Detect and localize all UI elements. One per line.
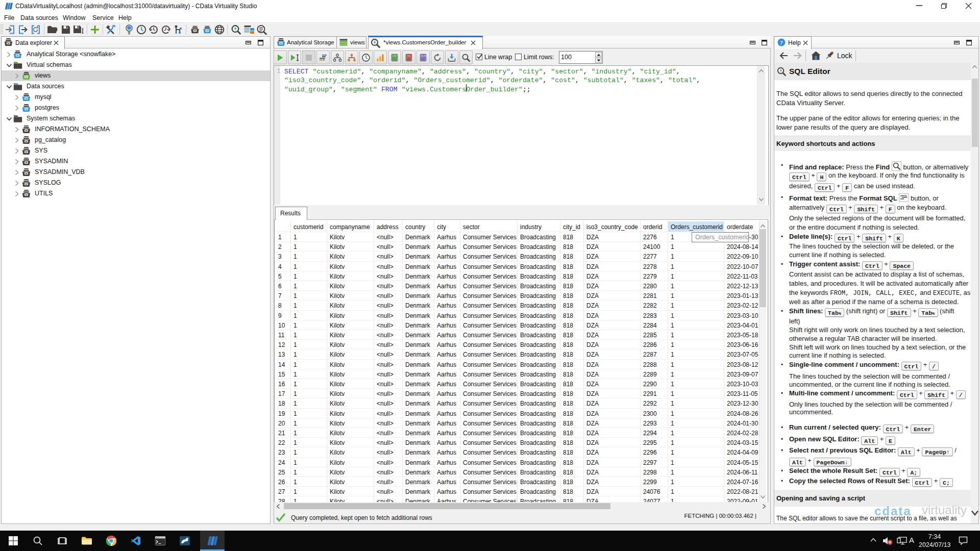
svg-text:C:\: C:\ [156, 537, 159, 539]
svg-text:JSON: JSON [420, 54, 426, 57]
svg-text:CSV: CSV [392, 54, 397, 57]
svg-text:?: ? [780, 39, 783, 45]
svg-text:XML: XML [406, 54, 411, 57]
